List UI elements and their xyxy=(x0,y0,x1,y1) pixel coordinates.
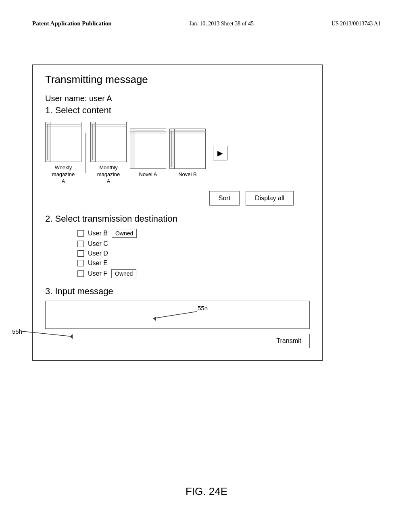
dialog-title: Transmitting message xyxy=(45,73,310,86)
section1-title: 1. Select content xyxy=(45,105,310,116)
patent-number-label: US 2013/0013743 A1 xyxy=(332,21,381,27)
dialog-box: Transmitting message User name: user A 1… xyxy=(32,64,323,361)
user-name-display: User name: user A xyxy=(45,94,310,103)
checkbox-user-c[interactable] xyxy=(77,241,84,247)
checkbox-user-f[interactable] xyxy=(77,270,84,277)
sort-button[interactable]: Sort xyxy=(209,191,240,206)
book-label-weekly: WeeklymagazineA xyxy=(52,164,75,185)
content-buttons-row: Sort Display all xyxy=(45,191,294,206)
checkbox-user-d[interactable] xyxy=(77,250,84,257)
book-label-monthly: MonthlymagazineA xyxy=(97,164,120,185)
section3-title: 3. Input message xyxy=(45,286,310,297)
book-lines-monthly xyxy=(91,122,127,162)
content-items-row: WeeklymagazineA MonthlymagazineA xyxy=(45,122,310,185)
label-55h-text: 55h xyxy=(12,328,22,335)
owned-badge-b: Owned xyxy=(112,229,137,238)
user-f-label: User F xyxy=(88,270,107,277)
nav-arrow-right[interactable]: ▶ xyxy=(213,146,227,160)
date-sheet-label: Jan. 10, 2013 Sheet 38 of 45 xyxy=(190,21,254,27)
book-icon-monthly xyxy=(90,122,127,162)
book-item-novel-a[interactable]: Novel A xyxy=(130,129,166,178)
book-lines-novel-b xyxy=(170,129,206,169)
user-d-label: User D xyxy=(88,250,108,257)
book-label-novel-b: Novel B xyxy=(178,171,197,178)
book-separator-1 xyxy=(86,133,86,173)
user-row-c: User C xyxy=(77,240,310,247)
publication-label: Patent Application Publication xyxy=(32,20,112,27)
owned-badge-f: Owned xyxy=(111,269,136,278)
book-lines-weekly xyxy=(46,122,82,162)
book-label-novel-a: Novel A xyxy=(139,171,157,178)
users-area: User B Owned User C User D User E User F… xyxy=(77,229,310,278)
user-b-label: User B xyxy=(88,230,108,237)
book-lines-novel-a xyxy=(130,129,167,169)
message-input-box[interactable] xyxy=(45,301,310,329)
user-c-label: User C xyxy=(88,240,108,247)
book-item-novel-b[interactable]: Novel B xyxy=(169,129,206,178)
page-header: Patent Application Publication Jan. 10, … xyxy=(32,20,381,27)
user-row-d: User D xyxy=(77,250,310,257)
transmit-row: Transmit xyxy=(45,334,310,348)
checkbox-user-b[interactable] xyxy=(77,230,84,237)
transmit-button[interactable]: Transmit xyxy=(268,334,310,348)
book-icon-weekly xyxy=(45,122,81,162)
book-item-weekly[interactable]: WeeklymagazineA xyxy=(45,122,81,185)
user-row-f: User F Owned xyxy=(77,269,310,278)
display-all-button[interactable]: Display all xyxy=(246,191,294,206)
fig-caption: FIG. 24E xyxy=(186,485,227,498)
book-item-monthly[interactable]: MonthlymagazineA xyxy=(90,122,127,185)
user-e-label: User E xyxy=(88,260,108,267)
section2-title: 2. Select transmission destination xyxy=(45,214,310,224)
book-icon-novel-b xyxy=(169,129,206,169)
user-row-e: User E xyxy=(77,260,310,267)
checkbox-user-e[interactable] xyxy=(77,260,84,266)
user-row-b: User B Owned xyxy=(77,229,310,238)
book-icon-novel-a xyxy=(130,129,166,169)
